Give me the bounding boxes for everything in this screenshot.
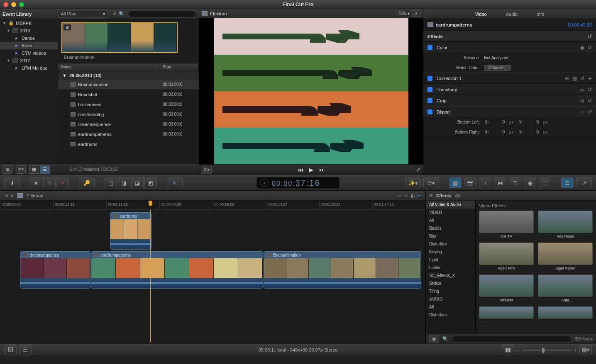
transform-icon[interactable]: ▭ (580, 87, 584, 92)
enable-checkbox[interactable] (427, 76, 432, 81)
reset-icon[interactable]: ↺ (588, 45, 592, 51)
distort-icon[interactable]: ▱ (581, 109, 584, 115)
disclosure-triangle-icon[interactable]: ▼ (7, 29, 11, 33)
clip-filmstrip[interactable]: ▣ (61, 22, 178, 53)
inspector-button[interactable]: ☰ (561, 177, 574, 188)
render-button[interactable]: 🎞 (4, 345, 17, 355)
minimize-window-button[interactable] (11, 2, 16, 7)
zoom-slider[interactable] (522, 349, 572, 351)
crop-section-header[interactable]: Crop ⧉ ↺ (423, 95, 596, 106)
clip-row[interactable]: dreamsequence00:00:00:0 (58, 119, 199, 129)
viewer-canvas[interactable] (199, 18, 423, 164)
effect-artifacts[interactable]: Artifacts (479, 274, 534, 302)
reject-button[interactable]: ✕ (56, 177, 69, 188)
generators-browser-button[interactable]: ◉ (524, 177, 536, 188)
keyword-button[interactable]: 🔑 (79, 177, 95, 188)
tab-audio[interactable]: Audio (503, 10, 521, 18)
y-value[interactable]: 0 (526, 120, 539, 124)
timeline-clip-eardrums[interactable]: eardrums (110, 212, 151, 250)
cat-all-video-audio[interactable]: All Video & Audio (426, 201, 475, 209)
connect-button[interactable]: ◫ (105, 177, 117, 188)
timeline-clip-eardrumpatterns[interactable]: eardrumpatterns (91, 251, 263, 289)
favorite-button[interactable]: ★ (30, 177, 42, 188)
transitions-browser-button[interactable]: ⧓ (494, 177, 506, 188)
distort-section-header[interactable]: Distort ▱ ↺ (423, 106, 596, 117)
cat-tiling[interactable]: Tiling (426, 287, 475, 295)
x-value[interactable]: 0 (492, 120, 505, 124)
cat-keying[interactable]: Keying (426, 248, 475, 256)
effect-add-noise[interactable]: Add Noise (538, 211, 593, 238)
close-window-button[interactable] (3, 2, 8, 7)
filmstrip-view-button[interactable]: ▦ (29, 165, 39, 174)
event-ctm[interactable]: ★CTM videos (0, 49, 58, 57)
effects-browser-button[interactable]: ▦ (449, 177, 462, 188)
timeline-clip-brainanimation[interactable]: Brainanimation (264, 251, 421, 289)
disclosure-triangle-icon[interactable]: ▼ (7, 58, 11, 63)
transform-menu-button[interactable]: ⊡▾ (202, 166, 212, 174)
share-button[interactable]: ↗ (576, 177, 592, 188)
select-tool-button[interactable]: ↖ (167, 177, 183, 188)
list-view-button[interactable]: ☰ (40, 165, 50, 174)
search-icon[interactable]: 🔍 (118, 11, 125, 17)
cat-stylize[interactable]: Stylize (426, 279, 475, 287)
clip-row[interactable]: Brainanimation00:00:00:0 (58, 80, 199, 90)
cat-audio-distortion[interactable]: Distortion (426, 311, 475, 319)
action-menu-button[interactable]: ✲▾ (16, 165, 26, 174)
correction-picker-icon[interactable]: ▦ (572, 75, 577, 81)
zoom-dropdown[interactable]: 75%▾ (398, 11, 410, 16)
overwrite-button[interactable]: ◩ (144, 177, 157, 188)
cat-blur[interactable]: Blur (426, 232, 475, 240)
reset-icon[interactable]: ↺ (588, 34, 592, 39)
insert-button[interactable]: ◨ (118, 177, 130, 188)
disclosure-triangle-icon[interactable]: ▼ (2, 21, 7, 25)
snapping-button[interactable]: ⊢ (417, 193, 421, 199)
append-button[interactable]: ◪ (131, 177, 144, 188)
cat-distortion[interactable]: Distortion (426, 240, 475, 248)
enable-checkbox[interactable] (427, 109, 432, 114)
enable-checkbox[interactable] (427, 45, 432, 50)
clip-appearance-button[interactable]: ▤▾ (579, 345, 592, 355)
add-correction-icon[interactable]: ⊕ (565, 75, 569, 81)
timeline-tracks[interactable]: eardrums dreamsequence eardrumpatterns B… (0, 210, 425, 344)
reset-icon[interactable]: ↺ (588, 109, 592, 115)
music-browser-button[interactable]: ♪ (479, 177, 491, 188)
settings-gear-icon[interactable]: ✲ (110, 11, 118, 17)
color-section-header[interactable]: Color ◉ ↺ (423, 42, 596, 53)
cat-basics[interactable]: Basics (426, 224, 475, 232)
effect-50s-tv[interactable]: 50s TV (479, 211, 534, 238)
retime-menu-button[interactable]: ⟳▾ (423, 177, 439, 188)
color-wheel-icon[interactable]: ◉ (580, 45, 584, 51)
playhead[interactable] (150, 210, 151, 342)
effect-more[interactable] (538, 306, 593, 319)
clip-row[interactable]: crashlanding00:00:00:0 (58, 109, 199, 119)
timecode-display[interactable]: ● 00:00:37:16 HR MIN SEC FR (256, 177, 340, 189)
titles-browser-button[interactable]: T (509, 177, 521, 188)
effect-more[interactable] (479, 306, 534, 319)
tab-info[interactable]: Info (533, 10, 547, 18)
library-year-2013[interactable]: ▼2013 (0, 27, 58, 34)
next-button[interactable]: ⏭ (319, 167, 325, 173)
toggle-library-button[interactable]: ▣ (2, 165, 12, 174)
event-brain[interactable]: ★Brain (0, 42, 58, 49)
clip-row[interactable]: brainwaves00:00:00:0 (58, 99, 199, 109)
clip-group-row[interactable]: ▼29.08.2013 (13) (58, 71, 199, 80)
timeline-ruler[interactable]: 00:00:00:00 00:00:14:29 00:00:29:29 00:0… (0, 201, 425, 210)
zoom-in-icon[interactable]: + (574, 347, 577, 352)
themes-browser-button[interactable]: ⬚ (539, 177, 551, 188)
effect-aura[interactable]: Aura (538, 274, 593, 302)
correction-section-header[interactable]: Correction 1: ⊕ ▦ ↺ ➔ (423, 73, 596, 83)
column-name[interactable]: Name (58, 63, 160, 71)
cat-audio-all[interactable]: All (426, 303, 475, 311)
audio-skimming-button[interactable]: ∿ (404, 193, 408, 199)
zoom-window-button[interactable] (19, 2, 24, 7)
clip-row[interactable]: Brainshot00:00:00:0 (58, 90, 199, 99)
cat-looks[interactable]: Looks (426, 264, 475, 272)
zoom-out-icon[interactable]: − (517, 347, 519, 352)
photos-browser-button[interactable]: 📷 (464, 177, 476, 188)
audio-meters-button[interactable]: ▮▮ (502, 345, 514, 355)
cat-video-all[interactable]: All (426, 216, 475, 224)
effect-aged-paper[interactable]: Aged Paper (538, 243, 593, 270)
play-button[interactable]: ▶ (309, 167, 313, 173)
timeline-index-button[interactable]: ☰ (19, 345, 32, 355)
effect-aged-film[interactable]: Aged Film (479, 243, 534, 270)
